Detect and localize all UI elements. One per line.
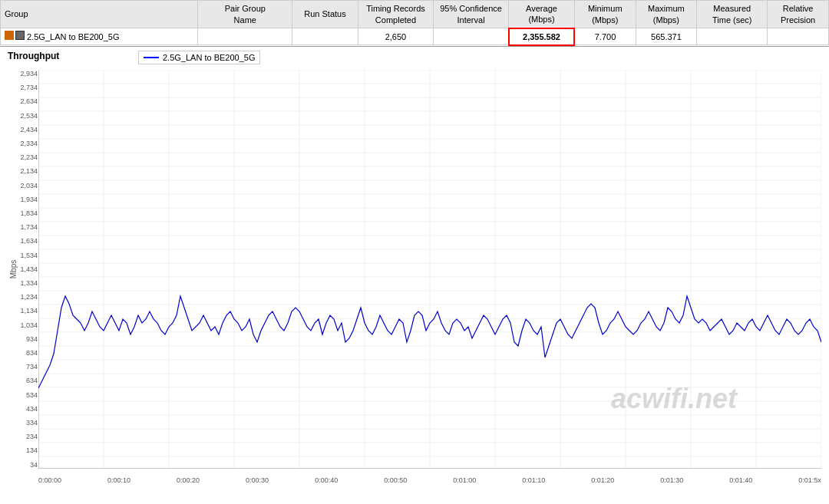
cell-group: 2.5G_LAN to BE200_5G	[1, 28, 198, 45]
orange-icon	[5, 31, 14, 40]
cell-relative	[768, 28, 829, 45]
col-header-confidence: 95% ConfidenceInterval	[434, 1, 509, 28]
results-table: Group Pair GroupName Run Status Timing R…	[0, 0, 829, 47]
chart-svg	[38, 70, 821, 469]
col-header-average: Average(Mbps)	[509, 1, 575, 28]
chart-legend: 2.5G_LAN to BE200_5G	[138, 51, 260, 64]
x-axis-labels: 0:00:00 0:00:10 0:00:20 0:00:30 0:00:40 …	[38, 476, 821, 484]
col-header-run-status: Run Status	[292, 1, 358, 28]
gray-icon	[15, 31, 25, 40]
legend-line-icon	[144, 57, 159, 58]
col-header-group: Group	[1, 1, 198, 28]
cell-timing: 2,650	[358, 28, 433, 45]
cell-run-status	[292, 28, 358, 45]
col-header-maximum: Maximum(Mbps)	[636, 1, 697, 28]
cell-pair-group	[198, 28, 292, 45]
row-icons	[5, 31, 25, 40]
cell-confidence	[434, 28, 509, 45]
col-header-minimum: Minimum(Mbps)	[574, 1, 636, 28]
col-header-timing: Timing RecordsCompleted	[358, 1, 433, 28]
chart-plot-area	[38, 70, 821, 469]
y-axis-labels: 2,934 2,734 2,634 2,534 2,434 2,334 2,23…	[4, 70, 38, 469]
throughput-chart: Throughput 2.5G_LAN to BE200_5G Mbps 2,9…	[0, 47, 829, 492]
cell-maximum: 565.371	[636, 28, 697, 45]
col-header-pair-group: Pair GroupName	[198, 1, 292, 28]
cell-minimum: 7.700	[574, 28, 636, 45]
col-header-relative: RelativePrecision	[768, 1, 829, 28]
cell-measured	[697, 28, 768, 45]
legend-label: 2.5G_LAN to BE200_5G	[163, 53, 255, 62]
group-name: 2.5G_LAN to BE200_5G	[27, 32, 119, 41]
chart-title: Throughput	[8, 51, 59, 61]
col-header-measured: MeasuredTime (sec)	[697, 1, 768, 28]
cell-average: 2,355.582	[509, 28, 575, 45]
